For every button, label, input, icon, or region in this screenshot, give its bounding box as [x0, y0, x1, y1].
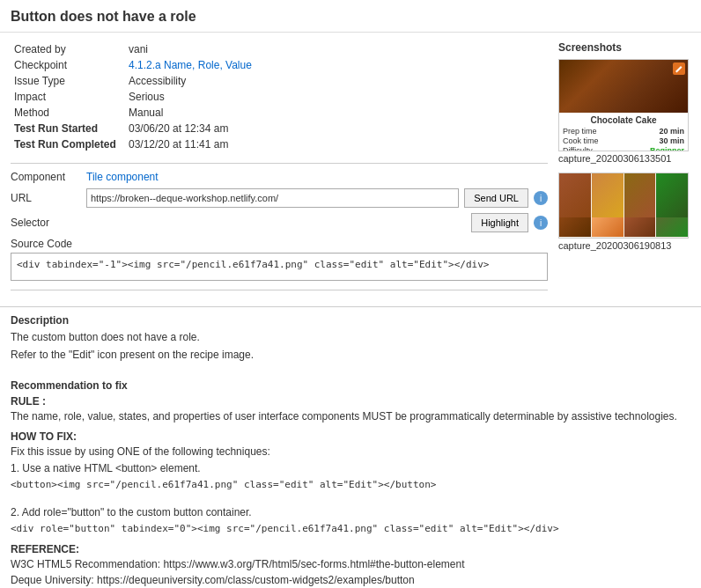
- selector-label: Selector: [11, 217, 81, 229]
- created-by-label: Created by: [11, 41, 125, 57]
- how-to-fix-title: HOW TO FIX:: [11, 430, 77, 443]
- cake-cook-row: Cook time 30 min: [563, 136, 684, 145]
- cake-details: Chocolate Cake Prep time 20 min Cook tim…: [559, 113, 688, 151]
- description-line-2: Refer to the "Edit" icon present on the …: [11, 348, 690, 363]
- recommendation-section: Recommendation to fix RULE : The name, r…: [0, 372, 701, 588]
- meta-table: Created by vani Checkpoint 4.1.2.a Name,…: [11, 41, 548, 152]
- description-section: Description The custom button does not h…: [0, 306, 701, 372]
- food-cell-1: [559, 173, 591, 217]
- food-grid-top: [559, 173, 688, 217]
- issue-type-label: Issue Type: [11, 73, 125, 89]
- screenshot-thumb-1: Chocolate Cake Prep time 20 min Cook tim…: [558, 59, 689, 151]
- left-panel: Created by vani Checkpoint 4.1.2.a Name,…: [11, 41, 548, 298]
- send-url-button[interactable]: Send URL: [464, 188, 528, 208]
- screenshot-thumb-2: [558, 173, 689, 239]
- url-row: URL Send URL i: [11, 188, 548, 208]
- selector-row: Selector Highlight i: [11, 213, 548, 232]
- rule-text: The name, role, value, states, and prope…: [11, 409, 690, 424]
- component-label: Component: [11, 171, 81, 183]
- recommendation-title: Recommendation to fix: [11, 379, 690, 392]
- impact-value: Serious: [125, 89, 548, 105]
- url-info-icon[interactable]: i: [534, 191, 548, 205]
- divider-1: [11, 163, 548, 164]
- cake-title: Chocolate Cake: [563, 115, 684, 125]
- screenshots-title: Screenshots: [558, 41, 690, 54]
- food-cell-2: [592, 173, 624, 217]
- food-cell-4: [656, 173, 688, 217]
- reference-title: REFERENCE:: [11, 543, 79, 555]
- created-by-value: vani: [125, 41, 548, 57]
- impact-label: Impact: [11, 89, 125, 105]
- component-row: Component Tile component: [11, 171, 548, 183]
- technique-2-label: 2. Add role="button" to the custom butto…: [11, 505, 690, 520]
- highlight-button[interactable]: Highlight: [471, 213, 528, 232]
- test-run-started-value: 03/06/20 at 12:34 am: [125, 121, 548, 136]
- rule-title: RULE :: [11, 395, 46, 408]
- right-panel: Screenshots Chocolate Cake Prep time 20 …: [558, 41, 690, 298]
- cake-prep-row: Prep time 20 min: [563, 127, 684, 136]
- selector-info-icon[interactable]: i: [534, 216, 548, 230]
- url-input[interactable]: [86, 188, 459, 208]
- issue-type-value: Accessibility: [125, 73, 548, 89]
- reference-block: REFERENCE: W3C HTML5 Recommendation: htt…: [11, 543, 690, 588]
- test-run-completed-label: Test Run Completed: [11, 136, 125, 152]
- food-cell-7: [624, 217, 656, 237]
- page-title: Button does not have a role: [0, 0, 701, 33]
- screenshot-label-1: capture_20200306133501: [558, 153, 690, 164]
- method-label: Method: [11, 105, 125, 121]
- method-value: Manual: [125, 105, 548, 121]
- food-grid-bottom: [559, 217, 688, 237]
- description-title: Description: [11, 314, 690, 327]
- food-cell-3: [624, 173, 656, 217]
- url-label: URL: [11, 192, 81, 204]
- test-run-completed-value: 03/12/20 at 11:41 am: [125, 136, 548, 152]
- how-to-fix-block: HOW TO FIX: Fix this issue by using ONE …: [11, 430, 690, 535]
- rule-block: RULE : The name, role, value, states, an…: [11, 395, 690, 424]
- reference-line-1: W3C HTML5 Recommendation: https://www.w3…: [11, 557, 690, 572]
- screenshot-item-2: capture_20200306190813: [558, 173, 690, 251]
- screenshot-item-1: Chocolate Cake Prep time 20 min Cook tim…: [558, 59, 690, 164]
- food-cell-8: [656, 217, 688, 237]
- food-cell-6: [592, 217, 624, 237]
- cake-image: [559, 60, 688, 113]
- description-line-1: The custom button does not have a role.: [11, 330, 690, 345]
- cake-difficulty-row: Difficulty Beginner: [563, 146, 684, 151]
- checkpoint-link[interactable]: 4.1.2.a Name, Role, Value: [129, 59, 252, 71]
- pencil-icon: [675, 64, 683, 73]
- technique-1-code: <button><img src="/pencil.e61f7a41.png" …: [11, 478, 690, 491]
- test-run-started-label: Test Run Started: [11, 121, 125, 136]
- source-code-box: <div tabindex="-1"><img src="/pencil.e61…: [11, 253, 548, 281]
- source-code-section: Source Code <div tabindex="-1"><img src=…: [11, 238, 548, 281]
- how-to-fix-intro: Fix this issue by using ONE of the follo…: [11, 445, 690, 459]
- divider-2: [11, 290, 548, 290]
- source-code-label: Source Code: [11, 238, 81, 250]
- food-cell-5: [559, 217, 591, 237]
- technique-2-code: <div role="button" tabindex="0"><img src…: [11, 522, 690, 535]
- component-link[interactable]: Tile component: [86, 171, 159, 183]
- reference-line-2: Deque University: https://dequeuniversit…: [11, 573, 690, 588]
- screenshot-label-2: capture_20200306190813: [558, 240, 690, 251]
- cake-edit-icon[interactable]: [673, 62, 685, 75]
- checkpoint-label: Checkpoint: [11, 57, 125, 73]
- technique-1-label: 1. Use a native HTML <button> element.: [11, 461, 690, 476]
